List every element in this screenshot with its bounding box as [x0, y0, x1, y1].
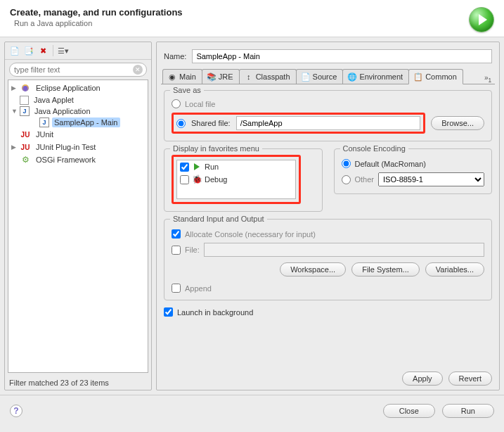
io-title: Standard Input and Output [170, 215, 267, 223]
name-label: Name: [164, 52, 186, 61]
revert-button[interactable]: Revert [448, 371, 492, 386]
config-detail-panel: Name: ◉Main 📚JRE ↕Classpath 📄Source 🌐Env… [156, 42, 500, 390]
close-button[interactable]: Close [383, 404, 435, 418]
new-config-icon[interactable]: 📄 [9, 45, 20, 56]
favorite-debug-checkbox[interactable] [180, 175, 189, 184]
tabs-overflow-button[interactable]: »1 [481, 74, 495, 84]
shared-file-radio[interactable] [176, 119, 186, 128]
expand-icon[interactable]: ▶ [11, 84, 18, 91]
run-banner-icon [469, 7, 494, 32]
file-input[interactable] [204, 243, 484, 257]
eclipse-icon [20, 82, 31, 94]
allocate-console-checkbox[interactable] [172, 229, 181, 239]
save-as-group: Save as Local file Shared file: Browse..… [164, 90, 492, 141]
file-checkbox[interactable] [172, 246, 181, 255]
jre-tab-icon: 📚 [207, 72, 217, 82]
filter-input[interactable] [9, 63, 147, 77]
append-checkbox[interactable] [172, 284, 181, 293]
dialog-header: Create, manage, and run configurations R… [0, 0, 504, 37]
shared-file-input[interactable] [236, 116, 420, 130]
filesystem-button[interactable]: File System... [351, 262, 420, 277]
append-label: Append [185, 284, 212, 293]
tab-common[interactable]: 📋Common [408, 69, 463, 84]
encoding-default-radio[interactable] [342, 159, 351, 168]
applet-icon [20, 96, 29, 105]
dialog-subtitle: Run a Java application [14, 19, 183, 27]
duplicate-config-icon[interactable]: 📑 [23, 45, 34, 56]
clear-filter-icon[interactable]: ✕ [133, 65, 143, 75]
io-group: Standard Input and Output Allocate Conso… [164, 219, 492, 300]
allocate-console-label: Allocate Console (necessary for input) [185, 230, 316, 239]
osgi-icon: ⚙ [20, 154, 31, 165]
encoding-other-label: Other [355, 175, 375, 184]
tree-item-junit-plugin[interactable]: ▶ JU JUnit Plug-in Test [8, 141, 148, 153]
encoding-title: Console Encoding [340, 144, 408, 153]
tab-main[interactable]: ◉Main [162, 69, 202, 84]
tree-item-osgi[interactable]: ⚙ OSGi Framework [8, 153, 148, 166]
filter-status: Filter matched 23 of 23 items [5, 376, 151, 390]
environment-tab-icon: 🌐 [347, 72, 357, 82]
apply-button[interactable]: Apply [402, 371, 443, 386]
favorites-title: Display in favorites menu [170, 144, 262, 153]
local-file-label: Local file [185, 100, 215, 108]
browse-button[interactable]: Browse... [431, 116, 484, 130]
tree-item-junit[interactable]: JU JUnit [8, 128, 148, 141]
launch-background-label: Launch in background [177, 308, 253, 317]
variables-button[interactable]: Variables... [425, 262, 484, 277]
shared-file-label: Shared file: [191, 119, 231, 127]
junit-icon: JU [20, 129, 31, 140]
name-input[interactable] [192, 49, 492, 63]
main-tab-icon: ◉ [167, 72, 177, 82]
common-tab-icon: 📋 [413, 72, 423, 82]
tab-common-content: Save as Local file Shared file: Browse..… [161, 84, 495, 367]
config-tabs: ◉Main 📚JRE ↕Classpath 📄Source 🌐Environme… [161, 69, 495, 84]
classpath-tab-icon: ↕ [244, 72, 254, 82]
collapse-icon[interactable]: ▼ [11, 108, 18, 115]
junit-plugin-icon: JU [20, 141, 31, 153]
source-tab-icon: 📄 [301, 72, 311, 82]
favorites-list: Run 🐞 Debug [176, 160, 296, 199]
java-icon: J [39, 117, 49, 127]
local-file-radio[interactable] [172, 99, 181, 108]
tab-classpath[interactable]: ↕Classpath [239, 69, 297, 84]
workspace-button[interactable]: Workspace... [280, 262, 346, 277]
tree-item-eclipse-application[interactable]: ▶ Eclipse Application [8, 82, 148, 94]
tree-item-java-applet[interactable]: Java Applet [8, 94, 148, 106]
configurations-panel: 📄 📑 ✖ ☰▾ ✕ ▶ Eclipse Application Java Ap… [4, 42, 152, 390]
tab-environment[interactable]: 🌐Environment [342, 69, 409, 84]
run-button[interactable]: Run [442, 404, 494, 418]
dialog-title: Create, manage, and run configurations [10, 7, 183, 18]
play-icon [192, 162, 202, 172]
filter-icon[interactable]: ☰▾ [58, 45, 69, 56]
help-icon[interactable]: ? [10, 405, 22, 417]
encoding-default-label: Default (MacRoman) [355, 160, 426, 168]
favorite-run-checkbox[interactable] [180, 163, 189, 172]
tree-item-sampleapp-main[interactable]: J SampleApp - Main [8, 117, 148, 128]
encoding-group: Console Encoding Default (MacRoman) Othe… [334, 148, 493, 194]
delete-config-icon[interactable]: ✖ [37, 45, 49, 56]
favorites-group: Display in favorites menu Run 🐞 [164, 148, 323, 212]
expand-icon[interactable]: ▶ [11, 144, 18, 151]
dialog-footer: ? Close Run [0, 395, 504, 426]
config-tree[interactable]: ▶ Eclipse Application Java Applet ▼ J Ja… [8, 80, 148, 373]
bug-icon: 🐞 [192, 174, 202, 184]
favorite-run[interactable]: Run [177, 160, 295, 173]
encoding-other-select[interactable]: ISO-8859-1 [378, 172, 484, 186]
favorite-debug[interactable]: 🐞 Debug [177, 173, 295, 186]
encoding-other-radio[interactable] [342, 175, 351, 184]
save-as-title: Save as [170, 86, 204, 94]
tree-item-java-application[interactable]: ▼ J Java Application [8, 106, 148, 117]
java-icon: J [20, 106, 30, 116]
tab-jre[interactable]: 📚JRE [202, 69, 240, 84]
config-toolbar: 📄 📑 ✖ ☰▾ [5, 42, 151, 60]
tab-source[interactable]: 📄Source [296, 69, 344, 84]
file-label: File: [185, 246, 200, 254]
launch-background-checkbox[interactable] [164, 307, 173, 317]
